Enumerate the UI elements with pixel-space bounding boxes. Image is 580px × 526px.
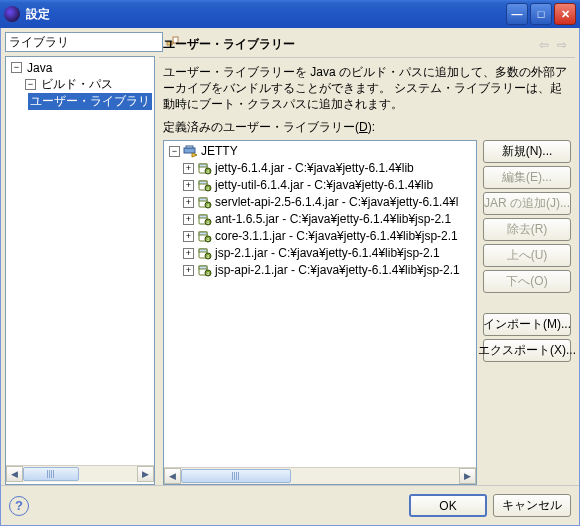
minimize-button[interactable]: — — [506, 3, 528, 25]
expand-icon[interactable]: + — [183, 248, 194, 259]
collapse-icon[interactable]: − — [11, 62, 22, 73]
svg-rect-16 — [199, 215, 207, 218]
jar-label: jetty-6.1.4.jar - C:¥java¥jetty-6.1.4¥li… — [215, 161, 414, 175]
expand-icon[interactable]: + — [183, 231, 194, 242]
collapse-icon[interactable]: − — [25, 79, 36, 90]
jar-label: jetty-util-6.1.4.jar - C:¥java¥jetty-6.1… — [215, 178, 433, 192]
expand-icon[interactable]: + — [183, 163, 194, 174]
jar-icon: o — [197, 196, 212, 209]
jar-label: ant-1.6.5.jar - C:¥java¥jetty-6.1.4¥lib¥… — [215, 212, 451, 226]
svg-rect-2 — [186, 146, 193, 148]
jar-icon: o — [197, 162, 212, 175]
close-button[interactable]: ✕ — [554, 3, 576, 25]
expand-icon[interactable]: + — [183, 197, 194, 208]
remove-button[interactable]: 除去(R) — [483, 218, 571, 241]
svg-rect-28 — [199, 266, 207, 269]
jar-label: jsp-2.1.jar - C:¥java¥jetty-6.1.4¥lib¥js… — [215, 246, 440, 260]
jar-item[interactable]: +ocore-3.1.1.jar - C:¥java¥jetty-6.1.4¥l… — [164, 228, 476, 245]
user-libraries-tree[interactable]: −JETTY+ojetty-6.1.4.jar - C:¥java¥jetty-… — [163, 140, 477, 485]
svg-text:o: o — [207, 185, 210, 191]
expand-icon[interactable]: + — [183, 214, 194, 225]
jar-item[interactable]: +oant-1.6.5.jar - C:¥java¥jetty-6.1.4¥li… — [164, 211, 476, 228]
tree-hscrollbar[interactable]: ◀ ▶ — [6, 465, 154, 482]
scroll-thumb[interactable] — [181, 469, 291, 483]
history-back-button[interactable]: ⇦ — [535, 36, 553, 54]
jar-item[interactable]: +ojsp-api-2.1.jar - C:¥java¥jetty-6.1.4¥… — [164, 262, 476, 279]
library-icon — [183, 145, 198, 158]
jar-item[interactable]: +ojetty-6.1.4.jar - C:¥java¥jetty-6.1.4¥… — [164, 160, 476, 177]
library-name: JETTY — [201, 144, 238, 158]
titlebar: 設定 — □ ✕ — [0, 0, 580, 28]
jar-item[interactable]: +ojetty-util-6.1.4.jar - C:¥java¥jetty-6… — [164, 177, 476, 194]
help-button[interactable]: ? — [9, 496, 29, 516]
maximize-button[interactable]: □ — [530, 3, 552, 25]
jar-label: jsp-api-2.1.jar - C:¥java¥jetty-6.1.4¥li… — [215, 263, 460, 277]
scroll-left-button[interactable]: ◀ — [164, 468, 181, 484]
preference-tree[interactable]: − Java − ビルド・パス ユーザー・ライブラリ ◀ — [5, 56, 155, 485]
tree-item-userlib[interactable]: ユーザー・ライブラリ — [6, 93, 154, 110]
svg-text:o: o — [207, 219, 210, 225]
library-root[interactable]: −JETTY — [164, 143, 476, 160]
jar-icon: o — [197, 179, 212, 192]
nav-panel: − Java − ビルド・パス ユーザー・ライブラリ ◀ — [5, 32, 155, 485]
svg-rect-1 — [184, 148, 195, 153]
jar-icon: o — [197, 230, 212, 243]
svg-text:o: o — [207, 202, 210, 208]
svg-rect-24 — [199, 249, 207, 252]
svg-text:o: o — [207, 168, 210, 174]
scroll-left-button[interactable]: ◀ — [6, 466, 23, 482]
svg-text:o: o — [207, 253, 210, 259]
svg-text:o: o — [207, 270, 210, 276]
jar-icon: o — [197, 247, 212, 260]
jar-item[interactable]: +oservlet-api-2.5-6.1.4.jar - C:¥java¥je… — [164, 194, 476, 211]
history-forward-button[interactable]: ⇨ — [553, 36, 571, 54]
add-jar-button[interactable]: JAR の追加(J)... — [483, 192, 571, 215]
tree-item-java[interactable]: − Java — [6, 59, 154, 76]
svg-text:o: o — [207, 236, 210, 242]
svg-rect-12 — [199, 198, 207, 201]
scroll-right-button[interactable]: ▶ — [459, 468, 476, 484]
new-button[interactable]: 新規(N)... — [483, 140, 571, 163]
up-button[interactable]: 上へ(U) — [483, 244, 571, 267]
jar-label: core-3.1.1.jar - C:¥java¥jetty-6.1.4¥lib… — [215, 229, 458, 243]
ok-button[interactable]: OK — [409, 494, 487, 517]
eclipse-icon — [4, 6, 20, 22]
scroll-right-button[interactable]: ▶ — [137, 466, 154, 482]
expand-icon[interactable]: + — [183, 265, 194, 276]
expand-icon[interactable]: + — [183, 180, 194, 191]
import-button[interactable]: インポート(M)... — [483, 313, 571, 336]
scroll-thumb[interactable] — [23, 467, 79, 481]
down-button[interactable]: 下へ(O) — [483, 270, 571, 293]
collapse-icon[interactable]: − — [169, 146, 180, 157]
tree-item-buildpath[interactable]: − ビルド・パス — [6, 76, 154, 93]
jar-icon: o — [197, 264, 212, 277]
cancel-button[interactable]: キャンセル — [493, 494, 571, 517]
lib-hscrollbar[interactable]: ◀ ▶ — [164, 467, 476, 484]
jar-icon: o — [197, 213, 212, 226]
filter-input[interactable] — [5, 32, 163, 52]
svg-rect-20 — [199, 232, 207, 235]
edit-button[interactable]: 編集(E)... — [483, 166, 571, 189]
page-description: ユーザー・ライブラリーを Java のビルド・パスに追加して、多数の外部アーカイ… — [159, 64, 575, 119]
list-label: 定義済みのユーザー・ライブラリー(D): — [159, 119, 575, 140]
jar-item[interactable]: +ojsp-2.1.jar - C:¥java¥jetty-6.1.4¥lib¥… — [164, 245, 476, 262]
side-button-column: 新規(N)... 編集(E)... JAR の追加(J)... 除去(R) 上へ… — [483, 140, 571, 485]
export-button[interactable]: エクスポート(X)... — [483, 339, 571, 362]
svg-rect-4 — [199, 164, 207, 167]
jar-label: servlet-api-2.5-6.1.4.jar - C:¥java¥jett… — [215, 195, 458, 209]
svg-rect-8 — [199, 181, 207, 184]
page-title: ユーザー・ライブラリー — [163, 36, 535, 53]
window-title: 設定 — [26, 6, 506, 23]
